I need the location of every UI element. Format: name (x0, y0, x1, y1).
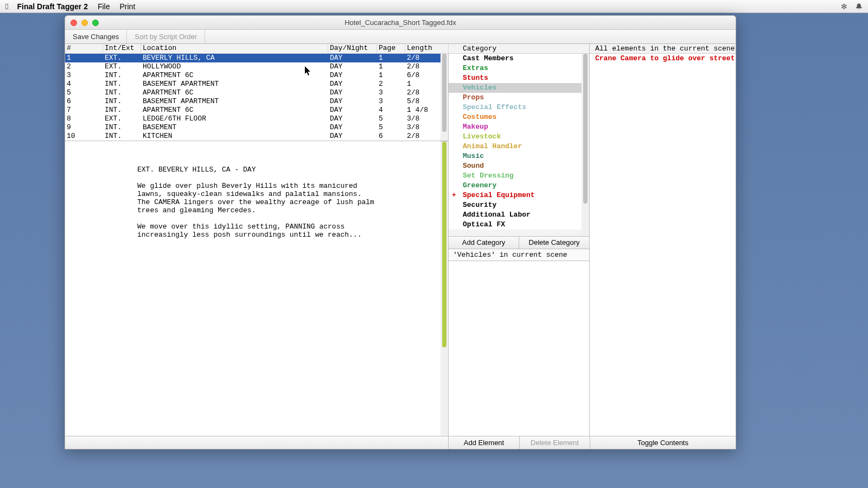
table-row[interactable]: 9INT.BASEMENTDAY53/8 (65, 123, 448, 132)
category-item[interactable]: +Special Equipment (449, 191, 589, 200)
notification-icon[interactable]: 🔔︎ (855, 2, 863, 11)
category-item[interactable]: Special Effects (449, 103, 589, 112)
elements-pane: All elements in the current scene Crane … (590, 44, 736, 436)
category-item[interactable]: Animal Handler (449, 142, 589, 151)
close-icon[interactable] (71, 20, 77, 26)
script-view[interactable]: EXT. BEVERLY HILLS, CA - DAY We glide ov… (65, 141, 441, 436)
category-item[interactable]: Props (449, 93, 589, 103)
menu-file[interactable]: File (98, 2, 110, 11)
menu-print[interactable]: Print (119, 2, 135, 11)
toolbar: Save Changes Sort by Script Order (65, 30, 736, 44)
category-item[interactable]: Vehicles (449, 83, 589, 93)
category-item[interactable]: Additional Labor (449, 210, 589, 220)
category-pane: Category Cast MembersExtrasStuntsVehicle… (449, 44, 590, 436)
zoom-icon[interactable] (92, 20, 99, 26)
sort-button[interactable]: Sort by Script Order (127, 30, 205, 43)
table-row[interactable]: 4INT.BASEMENT APARTMENTDAY21 (65, 80, 448, 88)
scene-table-header: # Int/Ext Location Day/Night Page Length (65, 44, 448, 54)
bottom-toolbar: Add Element Delete Element Toggle Conten… (65, 436, 736, 449)
script-p1: We glide over plush Beverly Hills with i… (137, 182, 374, 214)
minimize-icon[interactable] (81, 20, 88, 26)
bottom-spacer (65, 436, 449, 449)
elements-list[interactable]: Crane Camera to glide over street (590, 54, 736, 436)
delete-element-button[interactable]: Delete Element (519, 436, 590, 449)
save-button[interactable]: Save Changes (65, 30, 127, 43)
table-row[interactable]: 5INT.APARTMENT 6CDAY32/8 (65, 88, 448, 97)
window-title: Hotel_Cucaracha_Short Tagged.fdx (344, 18, 456, 27)
apple-menu-icon[interactable]:  (5, 2, 8, 11)
col-intext[interactable]: Int/Ext (103, 44, 141, 53)
element-item[interactable]: Crane Camera to glide over street (595, 54, 736, 63)
col-num[interactable]: # (65, 44, 103, 53)
category-item[interactable]: Music (449, 151, 589, 161)
col-length[interactable]: Length (405, 44, 449, 53)
col-page[interactable]: Page (377, 44, 405, 53)
table-row[interactable]: 7INT.APARTMENT 6CDAY41 4/8 (65, 106, 448, 115)
category-item[interactable]: Livestock (449, 132, 589, 142)
col-daynight[interactable]: Day/Night (328, 44, 377, 53)
slugline: EXT. BEVERLY HILLS, CA - DAY (137, 166, 256, 174)
table-row[interactable]: 6INT.BASEMENT APARTMENTDAY35/8 (65, 97, 448, 106)
toggle-contents-button[interactable]: Toggle Contents (590, 436, 736, 449)
category-item[interactable]: Set Dressing (449, 171, 589, 181)
category-item[interactable]: Stunts (449, 73, 589, 83)
category-item[interactable]: Extras (449, 64, 589, 73)
category-item[interactable]: Sound (449, 161, 589, 171)
delete-category-button[interactable]: Delete Category (519, 237, 589, 249)
table-row[interactable]: 2EXT.HOLLYWOODDAY12/8 (65, 62, 448, 71)
scene-category-label: 'Vehicles' in current scene (449, 249, 589, 261)
add-category-button[interactable]: Add Category (449, 237, 519, 249)
app-window: Hotel_Cucaracha_Short Tagged.fdx Save Ch… (65, 15, 736, 449)
elements-header: All elements in the current scene (590, 44, 736, 54)
category-item[interactable]: Costumes (449, 112, 589, 122)
add-element-button[interactable]: Add Element (449, 436, 519, 449)
category-item[interactable]: Greenery (449, 181, 589, 191)
category-scrollbar[interactable] (582, 54, 589, 236)
category-item[interactable]: Security (449, 200, 589, 210)
scene-scrollbar[interactable] (441, 54, 448, 141)
table-row[interactable]: 8EXT.LEDGE/6TH FLOORDAY53/8 (65, 115, 448, 123)
scene-list: # Int/Ext Location Day/Night Page Length… (65, 44, 448, 141)
category-header: Category (449, 44, 589, 54)
script-scrollbar[interactable] (441, 141, 448, 436)
app-name[interactable]: Final Draft Tagger 2 (17, 2, 87, 11)
category-item[interactable]: Makeup (449, 122, 589, 132)
left-pane: # Int/Ext Location Day/Night Page Length… (65, 44, 449, 436)
titlebar[interactable]: Hotel_Cucaracha_Short Tagged.fdx (65, 16, 736, 30)
status-icon[interactable]: ✻ (841, 2, 847, 11)
table-row[interactable]: 10INT.KITCHENDAY62/8 (65, 132, 448, 141)
script-p2: We move over this idyllic setting, PANNI… (137, 223, 361, 239)
category-item[interactable]: Cast Members (449, 54, 589, 64)
menubar:  Final Draft Tagger 2 File Print ✻ 🔔︎ (0, 0, 868, 13)
col-location[interactable]: Location (141, 44, 328, 53)
scene-category-list[interactable] (449, 261, 589, 436)
table-row[interactable]: 3INT.APARTMENT 6CDAY16/8 (65, 71, 448, 80)
table-row[interactable]: 1EXT.BEVERLY HILLS, CADAY12/8 (65, 54, 448, 62)
category-item[interactable]: Optical FX (449, 220, 589, 230)
